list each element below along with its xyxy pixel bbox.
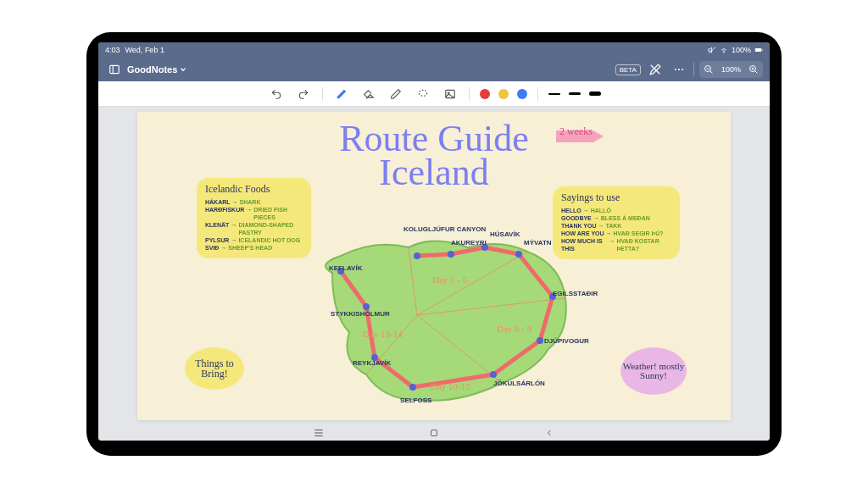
- svg-point-30: [414, 252, 420, 259]
- eraser-tool[interactable]: [360, 86, 377, 103]
- food-item: SVIÐ→SHEEP'S HEAD: [205, 244, 303, 252]
- day-segment-label: Day 10-12: [431, 381, 470, 391]
- canvas-area[interactable]: Route Guide Iceland 2 weeks Icelandic Fo…: [98, 107, 770, 425]
- lasso-tool[interactable]: [415, 86, 431, 103]
- battery-percent: 100%: [732, 46, 751, 54]
- svg-point-25: [537, 337, 543, 344]
- stroke-width-2[interactable]: [589, 92, 601, 96]
- location-label: JÖKULSÁRLÓN: [493, 380, 545, 387]
- home-button[interactable]: [427, 426, 441, 440]
- food-item: HARÐFISKUR→DRIED FISH PIECES: [205, 206, 303, 221]
- svg-point-1: [724, 53, 725, 53]
- color-swatch-1[interactable]: [498, 89, 509, 99]
- zoom-level: 100%: [718, 65, 744, 74]
- day-segment-label: Day 6 - 9: [497, 324, 531, 334]
- svg-point-23: [409, 384, 416, 391]
- wifi-icon: [720, 46, 728, 54]
- zoom-control: 100%: [699, 61, 763, 78]
- svg-point-8: [678, 69, 680, 70]
- svg-point-27: [515, 251, 522, 258]
- stylus-button[interactable]: [646, 60, 665, 79]
- svg-point-20: [337, 268, 344, 274]
- saying-item: GOODBYE→BLESS Á MEÐAN: [561, 214, 671, 222]
- chevron-down-icon: [179, 65, 187, 74]
- tool-bar: [98, 81, 770, 107]
- svg-point-21: [363, 303, 370, 310]
- location-label: MÝVATN: [524, 239, 552, 247]
- svg-point-9: [682, 69, 683, 70]
- location-label: EGILSSTAÐIR: [553, 290, 598, 297]
- svg-point-26: [549, 293, 556, 300]
- color-swatch-2[interactable]: [517, 89, 527, 99]
- food-item: KLENÄT→DIAMOND-SHAPED PASTRY: [205, 221, 303, 236]
- svg-line-11: [709, 71, 712, 74]
- location-label: DJÚPIVOGUR: [544, 337, 589, 345]
- location-label: KEFLAVÍK: [329, 264, 362, 272]
- status-bar: 4:03 Wed, Feb 1 100%: [98, 42, 770, 58]
- color-swatch-0[interactable]: [480, 89, 490, 99]
- svg-rect-34: [431, 430, 437, 436]
- svg-rect-2: [755, 48, 762, 52]
- tablet-device: 4:03 Wed, Feb 1 100% G: [86, 32, 782, 456]
- app-name: GoodNotes: [127, 64, 177, 75]
- location-label: AKUREYRI: [451, 239, 487, 247]
- location-label: SELFOSS: [400, 396, 431, 404]
- back-button[interactable]: [542, 426, 556, 440]
- iceland-map: KEFLAVÍKSTYKKISHÓLMURREYKJAVÍKSELFOSSKOL…: [281, 230, 587, 417]
- location-label: HÚSAVÍK: [490, 230, 520, 238]
- svg-point-29: [448, 251, 454, 258]
- app-title-dropdown[interactable]: GoodNotes: [127, 64, 187, 75]
- svg-rect-3: [762, 49, 763, 51]
- system-nav: [98, 425, 770, 441]
- svg-point-24: [490, 371, 497, 378]
- sayings-note: Sayings to use HELLO→HALLÓGOODBYE→BLESS …: [553, 186, 680, 259]
- highlighter-tool[interactable]: [387, 86, 404, 103]
- foods-note: Icelandic Foods HÁKARL→SHARKHARÐFISKUR→D…: [197, 178, 311, 258]
- day-segment-label: Day 13-14: [363, 329, 403, 339]
- saying-item: THANK YOU→TAKK: [561, 222, 671, 230]
- svg-line-0: [709, 47, 715, 53]
- note-page[interactable]: Route Guide Iceland 2 weeks Icelandic Fo…: [137, 112, 731, 420]
- more-button[interactable]: [670, 60, 688, 79]
- svg-point-22: [371, 354, 378, 361]
- undo-button[interactable]: [268, 86, 285, 103]
- saying-item: HELLO→HALLÓ: [561, 207, 671, 214]
- date: Wed, Feb 1: [125, 46, 164, 54]
- sidebar-toggle-button[interactable]: [105, 60, 124, 79]
- zoom-out-button[interactable]: [699, 61, 718, 78]
- banner-flag: 2 weeks: [556, 127, 604, 146]
- svg-point-7: [675, 69, 676, 70]
- app-header: GoodNotes BETA 100%: [98, 58, 770, 81]
- day-segment-label: Day 1 - 5: [432, 274, 467, 285]
- food-item: PYLSUR→ICELANDIC HOT DOG: [205, 236, 303, 244]
- svg-line-6: [651, 65, 660, 75]
- svg-rect-4: [110, 65, 120, 73]
- weather-bubble: Weather! mostly Sunny!: [620, 347, 687, 395]
- zoom-in-button[interactable]: [744, 61, 763, 78]
- location-label: KOLUGLJÚFUR CANYON: [403, 225, 486, 233]
- note-title: Route Guide Iceland: [286, 122, 582, 189]
- image-tool[interactable]: [442, 86, 459, 103]
- clock: 4:03: [105, 46, 120, 54]
- location-label: REYKJAVÍK: [353, 359, 391, 367]
- things-bubble: Things to Bring!: [185, 347, 244, 390]
- screen: 4:03 Wed, Feb 1 100% G: [98, 42, 770, 441]
- recents-button[interactable]: [312, 426, 326, 440]
- battery-icon: [754, 46, 763, 54]
- svg-point-28: [481, 244, 488, 251]
- pen-tool[interactable]: [333, 86, 350, 103]
- redo-button[interactable]: [295, 86, 312, 103]
- saying-item: HOW ARE YOU→HVAÐ SEGIR ÞÚ?: [561, 230, 671, 237]
- svg-line-14: [755, 71, 758, 74]
- stroke-width-1[interactable]: [569, 92, 581, 95]
- mute-icon: [708, 46, 716, 54]
- saying-item: HOW MUCH IS THIS→HVAÐ KOSTAR ÞETTA?: [561, 237, 671, 252]
- stroke-width-0[interactable]: [548, 93, 560, 95]
- food-item: HÁKARL→SHARK: [205, 198, 303, 206]
- svg-point-17: [419, 90, 426, 96]
- beta-badge: BETA: [615, 64, 641, 75]
- location-label: STYKKISHÓLMUR: [331, 310, 390, 318]
